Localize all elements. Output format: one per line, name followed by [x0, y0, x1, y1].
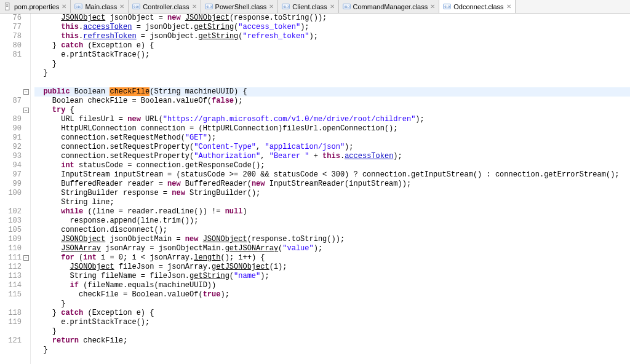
- line-number: 103: [0, 216, 30, 226]
- code-line[interactable]: }: [34, 69, 630, 78]
- line-number: 87: [0, 97, 30, 106]
- line-number: [0, 327, 30, 336]
- code-line[interactable]: } catch (Exception e) {: [34, 309, 630, 318]
- line-number: 81: [0, 50, 30, 60]
- line-number: 114: [0, 281, 30, 290]
- code-line[interactable]: StringBuilder response = new StringBuild…: [34, 189, 630, 198]
- tab-main-class[interactable]: 010Main.class✕: [71, 0, 129, 13]
- close-icon[interactable]: ✕: [430, 3, 435, 10]
- editor-tabs: pom.properties✕010Main.class✕010Controll…: [0, 0, 630, 14]
- line-number: 118: [0, 309, 30, 318]
- code-line[interactable]: String fileName = fileJson.getString("na…: [34, 272, 630, 281]
- line-number: 119: [0, 318, 30, 327]
- code-line[interactable]: }: [34, 327, 630, 336]
- code-line[interactable]: e.printStackTrace();: [34, 318, 630, 327]
- close-icon[interactable]: ✕: [119, 3, 124, 10]
- code-line[interactable]: connection.setRequestProperty("Content-T…: [34, 143, 630, 152]
- tab-pom-properties[interactable]: pom.properties✕: [0, 0, 71, 13]
- line-number: 77: [0, 23, 30, 32]
- line-number: 102: [0, 207, 30, 216]
- line-number: −: [0, 106, 30, 115]
- line-number: 121: [0, 336, 30, 346]
- line-number: 94: [0, 161, 30, 170]
- code-line[interactable]: [34, 78, 630, 87]
- svg-text:010: 010: [284, 5, 289, 9]
- line-number: 111−: [0, 253, 30, 263]
- code-line[interactable]: for (int i = 0; i < jsonArray.length(); …: [34, 253, 630, 263]
- close-icon[interactable]: ✕: [192, 3, 197, 10]
- tab-label: PowerShell.class: [215, 3, 267, 10]
- line-number: 110: [0, 244, 30, 253]
- code-line[interactable]: JSONObject jsonObject = new JSONObject(r…: [34, 14, 630, 23]
- code-line[interactable]: HttpURLConnection connection = (HttpURLC…: [34, 124, 630, 133]
- fold-toggle-icon[interactable]: −: [23, 89, 29, 95]
- line-number: 78: [0, 32, 30, 41]
- line-number: 91: [0, 133, 30, 143]
- code-line[interactable]: return checkFile;: [34, 336, 630, 346]
- line-number: [0, 69, 30, 78]
- code-line[interactable]: e.printStackTrace();: [34, 50, 630, 60]
- tab-label: Controller.class: [143, 3, 189, 10]
- code-line[interactable]: JSONObject fileJson = jsonArray.getJSONO…: [34, 263, 630, 272]
- code-line[interactable]: while ((line = reader.readLine()) != nul…: [34, 207, 630, 216]
- close-icon[interactable]: ✕: [330, 3, 335, 10]
- line-number: [0, 78, 30, 87]
- code-line[interactable]: BufferedReader reader = new BufferedRead…: [34, 180, 630, 189]
- line-number: 93: [0, 152, 30, 161]
- text-file-icon: [4, 2, 12, 10]
- close-icon[interactable]: ✕: [62, 3, 66, 10]
- svg-text:010: 010: [445, 5, 450, 9]
- line-number: 115: [0, 290, 30, 299]
- svg-text:010: 010: [206, 5, 212, 9]
- line-number: 97: [0, 170, 30, 180]
- code-line[interactable]: public Boolean checkFile(String machineU…: [34, 87, 630, 97]
- code-line[interactable]: }: [34, 60, 630, 69]
- line-number: 76: [0, 14, 30, 23]
- code-line[interactable]: Boolean checkFile = Boolean.valueOf(fals…: [34, 97, 630, 106]
- tab-powershell-class[interactable]: 010PowerShell.class✕: [201, 0, 279, 13]
- line-number: 99: [0, 180, 30, 189]
- tab-label: CommandManager.class: [353, 3, 428, 10]
- code-line[interactable]: int statusCode = connection.getResponseC…: [34, 161, 630, 170]
- tab-client-class[interactable]: 010Client.class✕: [278, 0, 338, 13]
- class-file-icon: 010: [282, 2, 290, 10]
- close-icon[interactable]: ✕: [506, 3, 511, 10]
- code-line[interactable]: response.append(line.trim());: [34, 216, 630, 226]
- code-line[interactable]: String line;: [34, 198, 630, 207]
- code-line[interactable]: URL filesUrl = new URL("https://graph.mi…: [34, 115, 630, 124]
- code-line[interactable]: this.refreshToken = jsonObject.getString…: [34, 32, 630, 41]
- class-file-icon: 010: [132, 2, 140, 10]
- close-icon[interactable]: ✕: [269, 3, 274, 10]
- class-file-icon: 010: [443, 2, 451, 10]
- tab-commandmanager-class[interactable]: 010CommandManager.class✕: [339, 0, 440, 13]
- line-number: 113: [0, 272, 30, 281]
- code-line[interactable]: }: [34, 346, 630, 355]
- code-line[interactable]: checkFile = Boolean.valueOf(true);: [34, 290, 630, 299]
- code-line[interactable]: }: [34, 299, 630, 309]
- line-number: 100: [0, 189, 30, 198]
- code-line[interactable]: try {: [34, 106, 630, 115]
- code-line[interactable]: connection.disconnect();: [34, 226, 630, 235]
- code-area[interactable]: JSONObject jsonObject = new JSONObject(r…: [31, 14, 630, 364]
- code-line[interactable]: JSONArray jsonArray = jsonObjectMain.get…: [34, 244, 630, 253]
- fold-toggle-icon[interactable]: −: [23, 255, 29, 261]
- code-editor[interactable]: 7677788081 −87 −8990919293949799100 1021…: [0, 14, 630, 364]
- tab-controller-class[interactable]: 010Controller.class✕: [129, 0, 201, 13]
- code-line[interactable]: } catch (Exception e) {: [34, 41, 630, 50]
- code-line[interactable]: InputStream inputStream = (statusCode >=…: [34, 170, 630, 180]
- line-number: [0, 198, 30, 207]
- tab-label: Main.class: [85, 3, 117, 10]
- line-number: 105: [0, 226, 30, 235]
- code-line[interactable]: if (fileName.equals(machineUUID)): [34, 281, 630, 290]
- line-number: 92: [0, 143, 30, 152]
- line-number: [0, 346, 30, 355]
- fold-toggle-icon[interactable]: −: [23, 108, 29, 113]
- code-line[interactable]: connection.setRequestMethod("GET");: [34, 133, 630, 143]
- class-file-icon: 010: [343, 2, 351, 10]
- tab-odconnect-class[interactable]: 010Odconnect.class✕: [439, 0, 515, 13]
- svg-text:010: 010: [134, 5, 140, 9]
- svg-text:010: 010: [76, 5, 82, 9]
- code-line[interactable]: JSONObject jsonObjectMain = new JSONObje…: [34, 235, 630, 244]
- code-line[interactable]: this.accessToken = jsonObject.getString(…: [34, 23, 630, 32]
- code-line[interactable]: connection.setRequestProperty("Authoriza…: [34, 152, 630, 161]
